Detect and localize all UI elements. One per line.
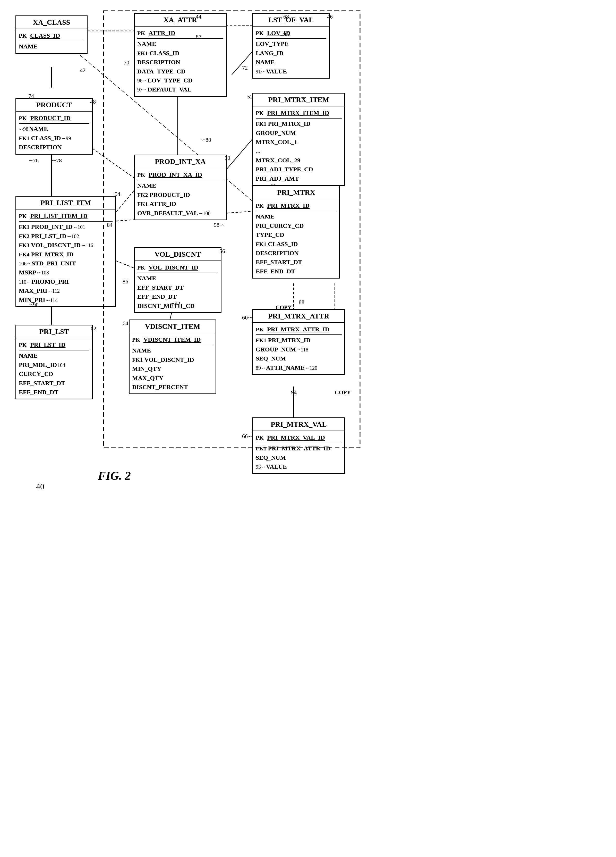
entity-pri-mtrx-item: PRI_MTRX_ITEM PK PRI_MTRX_ITEM_ID FK1 PR… [252,93,345,186]
entity-pri-mtrx-val: PRI_MTRX_VAL PK PRI_MTRX_VAL_ID FK1 PRI_… [252,418,345,474]
ref-92: ∽92 [170,300,180,307]
fig-label: FIG. 2 [98,469,131,483]
entity-vdiscnt-item: VDISCNT_ITEM PK VDISCNT_ITEM_ID NAME FK1… [129,320,216,394]
ref-72: 72 [242,64,248,71]
pk-label: PK [137,29,147,37]
ref-95: 95 [283,31,289,38]
ref-40: 40 [36,482,44,491]
entity-pri-mtrx-attr: PRI_MTRX_ATTR PK PRI_MTRX_ATTR_ID FK1 PR… [252,309,345,375]
ref-48: 48 [90,98,96,105]
entity-pri-list-itm-title: PRI_LIST_ITM [16,196,115,209]
entity-lst-of-val: LST_OF_VAL PK LOV_ID LOV_TYPE LANG_ID NA… [252,13,330,79]
entity-pri-mtrx-item-title: PRI_MTRX_ITEM [253,94,344,107]
ref-88: 88 [299,299,304,306]
entity-prod-int-xa-title: PROD_INT_XA [135,155,226,168]
entity-pri-mtrx-val-title: PRI_MTRX_VAL [253,418,344,431]
ref-70: 70 [124,59,129,66]
entity-vol-discnt-title: VOL_DISCNT [135,248,221,261]
entity-vdiscnt-item-title: VDISCNT_ITEM [130,320,216,333]
ref-76: ∽76 [28,157,39,164]
entity-pri-list-itm: PRI_LIST_ITM PK PRI_LIST_ITEM_ID FK1 PRO… [15,196,116,307]
entity-xa-attr-title: XA_ATTR [135,14,226,26]
ref-86: 86 [123,278,128,285]
entity-pri-mtrx: PRI_MTRX PK PRI_MTRX_ID NAME PRI_CURCY_C… [252,186,340,278]
diagram: XA_CLASS PK CLASS_ID NAME 42 74 XA_ATTR … [0,0,616,857]
ref-58: 58∽ [214,221,224,228]
ref-64: 64 [123,320,128,327]
ref-50: 50 [225,155,230,161]
entity-product: PRODUCT PK PRODUCT_ID ∽98 NAME FK1 CLASS… [15,98,93,155]
svg-line-4 [232,51,252,75]
entity-xa-attr: XA_ATTR PK ATTR_ID NAME FK1 CLASS_ID DES… [134,13,227,97]
ref-44: 44 [196,13,201,20]
ref-87: 87 [196,34,201,40]
entity-xa-class: XA_CLASS PK CLASS_ID NAME [15,15,88,54]
ref-78: ∽78 [51,157,62,164]
entity-pri-lst: PRI_LST PK PRI_LST_ID NAME PRI_MDL_ID 10… [15,325,93,399]
ref-84: 84 [107,221,113,228]
ref-66: 66∽ [242,433,252,439]
entity-prod-int-xa: PROD_INT_XA PK PROD_INT_XA_ID NAME FK2 P… [134,155,227,220]
ref-56: 56 [219,248,225,255]
entity-pri-lst-title: PRI_LST [16,325,92,338]
ref-90: ∽90 [28,302,39,308]
entity-lst-of-val-title: LST_OF_VAL [253,14,329,26]
ref-42: 42 [80,67,85,74]
ref-46: 46 [327,13,333,20]
entity-xa-class-title: XA_CLASS [16,16,87,29]
ref-68: 68 [283,13,289,20]
entity-product-title: PRODUCT [16,99,92,111]
ref-80: ∽80 [201,136,211,143]
copy-label-94: COPY [335,389,351,396]
ref-60: 60∽ [242,314,252,321]
pk-label: PK [19,32,29,40]
ref-94: 94 [291,389,296,396]
ref-52: 52 [247,93,253,100]
entity-pri-mtrx-title: PRI_MTRX [253,186,339,199]
ref-62: 62 [91,325,96,332]
entity-pri-mtrx-attr-title: PRI_MTRX_ATTR [253,310,344,323]
